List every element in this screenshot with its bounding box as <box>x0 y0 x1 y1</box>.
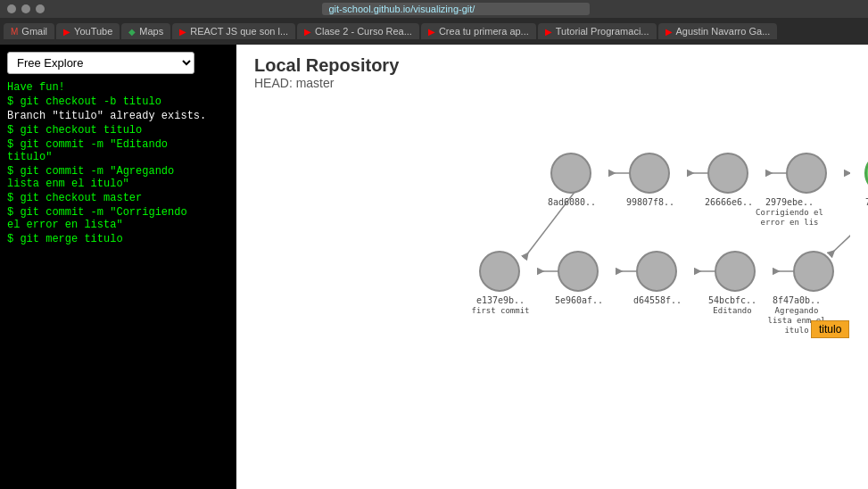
tab-react[interactable]: ▶ REACT JS que son l... <box>172 23 295 39</box>
commit-26666e6 <box>707 153 748 194</box>
maps-icon: ◆ <box>128 27 136 37</box>
tab-gmail-label: Gmail <box>21 26 47 37</box>
dollar-sign-6: $ <box>7 206 13 219</box>
terminal-line-7: $ git merge titulo <box>7 233 229 245</box>
commit-5e960af <box>558 251 599 292</box>
tab-tutorial-label: Tutorial Programaci... <box>556 26 649 37</box>
terminal-line-6: $ git commit -m "Corrigiendo el error en… <box>7 206 229 231</box>
tabs-bar: M Gmail ▶ YouTube ◆ Maps ▶ REACT JS que … <box>0 18 868 45</box>
commit-label-8ad6080: 8ad6080.. <box>536 197 608 207</box>
commit-label-99807f8: 99807f8.. <box>615 197 686 207</box>
commit-2979ebe <box>786 153 827 194</box>
titulo-label: titulo <box>811 320 849 338</box>
cmd-3: git commit -m "Editando titulo" <box>7 138 168 163</box>
commit-label-5e960af: 5e960af.. <box>543 295 615 305</box>
address-bar[interactable]: git-school.github.io/visualizing-git/ <box>322 3 590 15</box>
tab-youtube-label: YouTube <box>74 26 112 37</box>
commit-7f257db <box>864 153 868 194</box>
terminal-line-2: $ git checkout titulo <box>7 124 229 137</box>
youtube-icon: ▶ <box>63 27 70 37</box>
dollar-sign-5: $ <box>7 192 13 204</box>
terminal-line-fun: Have fun! <box>7 81 229 94</box>
commit-label-d64558f: d64558f.. <box>622 295 693 305</box>
tab-maps-label: Maps <box>139 26 163 37</box>
repo-title: Local Repository <box>254 55 850 76</box>
commit-54bcbfc <box>715 251 756 292</box>
clase-icon: ▶ <box>304 27 311 37</box>
terminal-line-4: $ git commit -m "Agregando lista enm el … <box>7 165 229 190</box>
tab-agustin-label: Agustin Navarro Ga... <box>676 26 771 37</box>
tab-gmail[interactable]: M Gmail <box>4 23 54 39</box>
tab-agustin[interactable]: ▶ Agustin Navarro Ga... <box>658 23 778 39</box>
terminal-line-5: $ git checkout master <box>7 192 229 204</box>
cmd-6: git commit -m "Corrigiendo el error en l… <box>7 206 187 231</box>
terminal-output-1: Branch "titulo" already exists. <box>7 110 229 122</box>
tab-youtube[interactable]: ▶ YouTube <box>56 23 120 39</box>
mode-dropdown[interactable]: Free Explore <box>7 52 194 74</box>
browser-bar: git-school.github.io/visualizing-git/ <box>0 0 868 18</box>
git-arrows <box>254 99 850 438</box>
terminal-panel: Free Explore Have fun! $ git checkout -b… <box>0 45 236 489</box>
commit-label-54bcbfc: 54bcbfc..Editando <box>697 295 768 315</box>
commit-99807f8 <box>629 153 670 194</box>
git-panel: Local Repository HEAD: master <box>236 45 868 489</box>
cmd-2: git checkout titulo <box>20 124 142 137</box>
dollar-sign: $ <box>7 95 13 108</box>
dollar-sign-7: $ <box>7 233 13 245</box>
cmd-1: git checkout -b titulo <box>20 95 161 108</box>
main-layout: Free Explore Have fun! $ git checkout -b… <box>0 45 868 489</box>
repo-head: HEAD: master <box>254 76 850 90</box>
cmd-7: git merge titulo <box>20 233 122 245</box>
commit-8f47a0b <box>793 251 834 292</box>
commit-label-7f257db: 7f257db..Merge <box>854 197 868 217</box>
tab-crea[interactable]: ▶ Crea tu primera ap... <box>421 23 536 39</box>
tutorial-icon: ▶ <box>545 27 552 37</box>
commit-label-2979ebe: 2979ebe..Corrigiendo el error en lis <box>754 197 825 227</box>
commit-e137e9b <box>479 251 520 292</box>
dollar-sign-4: $ <box>7 165 13 178</box>
cmd-4: git commit -m "Agregando lista enm el it… <box>7 165 174 190</box>
terminal-line-3: $ git commit -m "Editando titulo" <box>7 138 229 163</box>
tab-crea-label: Crea tu primera ap... <box>439 26 529 37</box>
commit-label-e137e9b: e137e9b..first commit <box>465 295 536 315</box>
terminal-line-1: $ git checkout -b titulo <box>7 95 229 108</box>
agustin-icon: ▶ <box>665 27 673 37</box>
git-graph: 8ad6080.. 99807f8.. 26666e6.. 2979ebe..C… <box>254 99 850 438</box>
react-icon: ▶ <box>179 27 186 37</box>
tab-tutorial[interactable]: ▶ Tutorial Programaci... <box>538 23 657 39</box>
gmail-icon: M <box>11 27 18 37</box>
crea-icon: ▶ <box>428 27 435 37</box>
svg-line-9 <box>832 194 850 253</box>
commit-d64558f <box>636 251 677 292</box>
tab-maps[interactable]: ◆ Maps <box>121 23 170 39</box>
cmd-5: git checkout master <box>20 192 142 204</box>
dollar-sign-2: $ <box>7 124 13 137</box>
back-button[interactable] <box>7 4 16 13</box>
forward-button[interactable] <box>21 4 30 13</box>
tab-react-label: REACT JS que son l... <box>190 26 288 37</box>
dollar-sign-3: $ <box>7 138 13 151</box>
reload-button[interactable] <box>36 4 45 13</box>
tab-clase[interactable]: ▶ Clase 2 - Curso Rea... <box>297 23 419 39</box>
tab-clase-label: Clase 2 - Curso Rea... <box>315 26 412 37</box>
commit-8ad6080 <box>550 153 591 194</box>
